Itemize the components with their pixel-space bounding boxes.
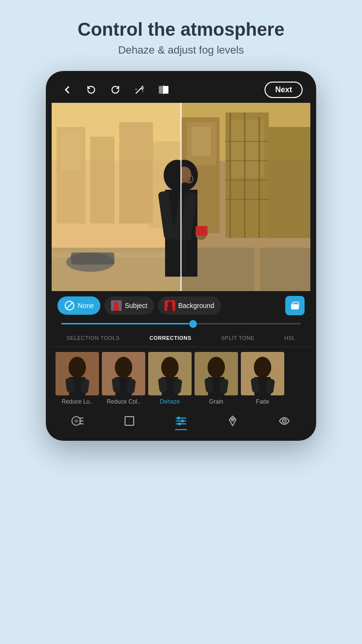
next-button[interactable]: Next (265, 82, 303, 98)
svg-point-63 (69, 357, 86, 378)
correction-thumb-reduce-lu (56, 352, 99, 395)
layers-button[interactable] (285, 296, 305, 315)
svg-point-88 (74, 419, 78, 423)
tab-hsl[interactable]: HSL (280, 333, 299, 343)
tab-corrections[interactable]: CORRECTIONS (146, 333, 195, 343)
slider-fill (61, 323, 193, 324)
correction-fade[interactable]: Fade (241, 352, 284, 405)
tab-bar: SELECTION TOOLS CORRECTIONS SPLIT TONE H… (52, 329, 310, 347)
svg-rect-92 (125, 417, 134, 425)
svg-rect-0 (159, 86, 163, 94)
svg-point-73 (161, 357, 179, 378)
svg-rect-49 (195, 226, 208, 236)
background-icon (165, 300, 175, 311)
correction-dehaze[interactable]: Dehaze (148, 352, 192, 405)
tab-selection-tools[interactable]: SELECTION TOOLS (63, 333, 124, 343)
undo-button[interactable] (84, 82, 99, 98)
main-title: Control the atmosphere (78, 19, 285, 40)
correction-thumb-reduce-col (102, 352, 145, 395)
correction-label-grain: Grain (209, 398, 223, 405)
svg-line-52 (67, 303, 72, 308)
svg-point-107 (284, 420, 285, 422)
correction-thumb-dehaze (148, 352, 192, 395)
svg-rect-58 (167, 307, 173, 311)
header-section: Control the atmosphere Dehaze & adjust f… (58, 0, 304, 66)
correction-thumb-fade (241, 352, 284, 395)
none-label: None (78, 302, 94, 309)
slider-track[interactable] (61, 323, 301, 324)
correction-label-dehaze: Dehaze (160, 398, 180, 405)
svg-point-83 (254, 357, 271, 378)
tool-circles[interactable] (71, 415, 84, 430)
slider-thumb[interactable] (189, 320, 197, 328)
svg-point-68 (115, 357, 132, 378)
svg-point-78 (208, 357, 225, 378)
tool-heal[interactable] (226, 415, 239, 430)
background-label: Background (178, 302, 214, 309)
svg-point-102 (178, 422, 181, 425)
bottom-toolbar (52, 409, 310, 435)
phone-container: Next (46, 71, 316, 441)
top-bar-left (59, 82, 171, 98)
top-bar: Next (52, 77, 310, 103)
correction-label-reduce-col: Reduce Col.. (107, 398, 140, 405)
none-button[interactable]: None (57, 296, 100, 315)
correction-reduce-col[interactable]: Reduce Col.. (102, 352, 145, 405)
subject-button[interactable]: Subject (104, 296, 154, 315)
compare-button[interactable] (156, 82, 171, 98)
subject-icon (111, 300, 122, 311)
back-button[interactable] (59, 82, 75, 98)
svg-rect-26 (192, 127, 211, 156)
redo-button[interactable] (108, 82, 123, 98)
selection-bar: None Subject (52, 291, 310, 320)
correction-reduce-lu[interactable]: Reduce Lu.. (56, 352, 99, 405)
correction-label-fade: Fade (256, 398, 269, 405)
subject-label: Subject (125, 302, 147, 309)
correction-label-reduce-lu: Reduce Lu.. (62, 398, 93, 405)
tool-sliders[interactable] (175, 415, 187, 430)
magic-button[interactable] (132, 82, 147, 98)
svg-point-100 (177, 417, 180, 420)
svg-rect-37 (181, 248, 310, 291)
tool-eye[interactable] (278, 415, 291, 430)
svg-rect-29 (269, 127, 310, 238)
tool-crop[interactable] (123, 415, 136, 430)
correction-thumb-grain (195, 352, 238, 395)
svg-point-101 (181, 420, 184, 422)
svg-point-57 (167, 301, 172, 307)
subtitle: Dehaze & adjust fog levels (78, 44, 285, 56)
svg-rect-38 (254, 248, 260, 291)
svg-rect-17 (71, 252, 114, 265)
slider-area (52, 320, 310, 329)
none-icon (64, 300, 75, 311)
svg-rect-1 (164, 86, 168, 94)
correction-grain[interactable]: Grain (195, 352, 238, 405)
phone-inner: Next (52, 77, 310, 435)
tab-split-tone[interactable]: SPLIT TONE (218, 333, 259, 343)
background-button[interactable]: Background (158, 296, 221, 315)
photo-area (52, 103, 310, 291)
svg-point-54 (114, 301, 119, 307)
corrections-row: Reduce Lu.. Reduce Col.. (52, 347, 310, 409)
svg-rect-55 (113, 307, 119, 311)
